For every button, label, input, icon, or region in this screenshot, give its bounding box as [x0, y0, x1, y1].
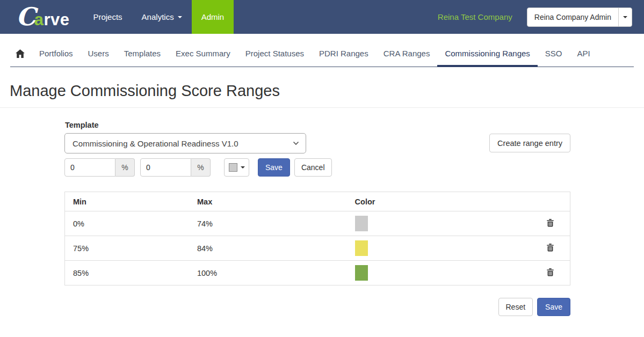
header-row: Min Max Color: [65, 192, 570, 211]
subnav-item-commissioning-ranges[interactable]: Commissioning Ranges: [437, 40, 537, 67]
min-percent-addon: %: [115, 158, 135, 177]
template-select[interactable]: Commissioning & Operational Readiness V1…: [64, 133, 306, 153]
main-nav: Projects Analytics Admin: [83, 0, 234, 34]
cell-action: [537, 261, 570, 285]
subnav-item-templates[interactable]: Templates: [117, 40, 168, 67]
subnav-item-users[interactable]: Users: [81, 40, 117, 67]
subnav-item-api[interactable]: API: [570, 40, 598, 67]
save-button[interactable]: Save: [537, 298, 570, 316]
subnav-label: API: [577, 49, 590, 58]
template-label: Template: [65, 121, 306, 129]
table-row: 0% 74%: [65, 211, 570, 236]
subnav-label: Exec Summary: [176, 49, 230, 58]
color-swatch: [355, 265, 368, 281]
template-selected-value: Commissioning & Operational Readiness V1…: [73, 139, 238, 148]
cell-min: 85%: [65, 261, 189, 285]
range-entry-form: % % Save Cancel: [64, 158, 570, 177]
logo-letter-c: C: [16, 6, 36, 28]
subnav-label: SSO: [545, 49, 562, 58]
max-input-group: %: [140, 158, 211, 177]
cell-max: 74%: [189, 211, 347, 236]
content-area: Template Commissioning & Operational Rea…: [64, 121, 570, 316]
cell-color: [347, 261, 537, 285]
delete-range-button[interactable]: [545, 218, 556, 230]
chevron-down-icon: [241, 166, 245, 169]
page-title: Manage Commissioning Score Ranges: [10, 82, 644, 100]
header-action: [537, 192, 570, 211]
max-percent-addon: %: [191, 158, 211, 177]
chevron-down-icon: [178, 16, 182, 18]
user-menu-caret[interactable]: [618, 8, 632, 26]
user-menu-button[interactable]: Reina Company Admin: [527, 8, 632, 27]
delete-range-button[interactable]: [545, 267, 556, 279]
nav-item-label: Analytics: [142, 12, 174, 21]
subnav-home[interactable]: [10, 40, 32, 67]
reset-button[interactable]: Reset: [498, 298, 533, 316]
max-input[interactable]: [140, 158, 191, 177]
template-row: Template Commissioning & Operational Rea…: [64, 121, 570, 153]
cell-color: [347, 211, 537, 236]
trash-icon: [547, 268, 554, 276]
subnav-item-project-statuses[interactable]: Project Statuses: [238, 40, 312, 67]
trash-icon: [547, 244, 554, 252]
color-picker-swatch: [229, 163, 237, 172]
table-row: 75% 84%: [65, 236, 570, 261]
subnav-item-sso[interactable]: SSO: [538, 40, 570, 67]
trash-icon: [547, 219, 554, 227]
carve-logo[interactable]: C arve: [0, 0, 83, 34]
logo-rest: rve: [44, 10, 69, 29]
min-input-group: %: [64, 158, 135, 177]
subnav-label: Commissioning Ranges: [445, 49, 530, 58]
subnav-item-exec-summary[interactable]: Exec Summary: [168, 40, 238, 67]
nav-item-admin[interactable]: Admin: [192, 0, 234, 34]
cell-action: [537, 211, 570, 236]
subnav-label: Users: [88, 49, 109, 58]
delete-range-button[interactable]: [545, 243, 556, 254]
footer-actions: Reset Save: [64, 298, 570, 316]
user-menu-label[interactable]: Reina Company Admin: [527, 8, 618, 26]
table-row: 85% 100%: [65, 261, 570, 285]
logo-word: arve: [34, 10, 70, 30]
ranges-table-head: Min Max Color: [65, 192, 570, 211]
ranges-table: Min Max Color 0% 74%: [64, 192, 570, 285]
nav-item-label: Admin: [201, 12, 225, 21]
ranges-table-body: 0% 74%: [65, 211, 570, 285]
color-swatch: [355, 216, 368, 231]
template-group: Template Commissioning & Operational Rea…: [64, 121, 306, 153]
logo-letter-a: a: [34, 10, 44, 29]
header-min: Min: [65, 192, 189, 211]
chevron-down-icon: [623, 16, 627, 18]
cell-max: 84%: [189, 236, 347, 261]
nav-item-projects[interactable]: Projects: [83, 0, 132, 34]
nav-item-label: Projects: [93, 12, 122, 21]
cell-color: [347, 236, 537, 261]
color-picker-dropdown[interactable]: [224, 158, 249, 177]
color-swatch: [355, 240, 368, 256]
home-icon: [16, 49, 25, 58]
cell-min: 0%: [65, 211, 189, 236]
subnav-label: CRA Ranges: [383, 49, 430, 58]
subnav-label: Templates: [124, 49, 161, 58]
header-max: Max: [189, 192, 347, 211]
top-navbar: C arve Projects Analytics Admin Reina Te…: [0, 0, 644, 34]
cell-max: 100%: [189, 261, 347, 285]
subnav-label: Project Statuses: [245, 49, 304, 58]
chevron-down-icon: [293, 141, 299, 145]
nav-item-analytics[interactable]: Analytics: [132, 0, 192, 34]
header-color: Color: [347, 192, 537, 211]
admin-subnav: Portfolios Users Templates Exec Summary …: [10, 40, 634, 67]
subnav-item-cra-ranges[interactable]: CRA Ranges: [376, 40, 438, 67]
cell-action: [537, 236, 570, 261]
title-divider: [0, 107, 644, 108]
subnav-label: Portfolios: [39, 49, 73, 58]
create-range-entry-button[interactable]: Create range entry: [489, 134, 570, 152]
min-input[interactable]: [64, 158, 115, 177]
cell-min: 75%: [65, 236, 189, 261]
entry-save-button[interactable]: Save: [258, 158, 290, 177]
subnav-item-pdri-ranges[interactable]: PDRI Ranges: [312, 40, 376, 67]
company-name-label: Reina Test Company: [438, 12, 512, 21]
navbar-right: Reina Test Company Reina Company Admin: [438, 0, 644, 34]
subnav-label: PDRI Ranges: [319, 49, 368, 58]
entry-cancel-button[interactable]: Cancel: [294, 158, 332, 177]
subnav-item-portfolios[interactable]: Portfolios: [32, 40, 81, 67]
